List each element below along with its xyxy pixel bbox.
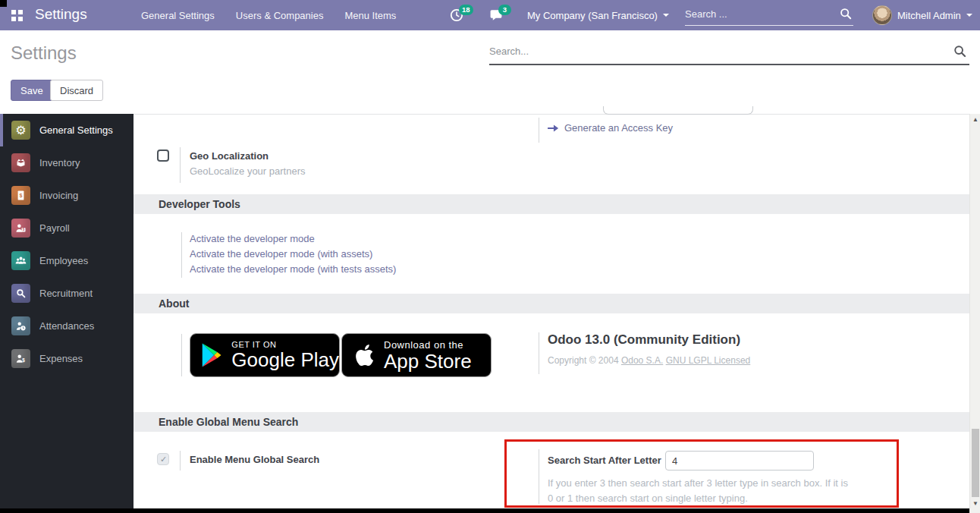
navbar-search [685,3,853,26]
field-help-line1: If you enter 3 then search start after 3… [548,477,848,489]
sidebar-item-general-settings[interactable]: ⚙ General Settings [0,114,133,146]
invoice-icon: $ [11,186,30,205]
enable-menu-global-search-label: Enable Menu Global Search [190,454,319,465]
field-help-line2: 0 or 1 then search start on single lette… [548,493,748,504]
scroll-up-icon[interactable]: ▲ [972,117,978,123]
svg-text:$: $ [22,357,25,364]
gnu-lgpl-link[interactable]: GNU LGPL Licensed [666,355,751,366]
vertical-scrollbar[interactable]: ▲ ▼ [969,114,980,513]
expense-icon: $ [11,349,30,368]
gear-icon: ⚙ [11,121,30,140]
nav-item-users-companies[interactable]: Users & Companies [225,10,335,21]
search-start-after-letter-label: Search Start After Letter [548,455,661,466]
app-store-badge[interactable]: Download on the App Store [341,333,492,377]
sidebar-item-attendances[interactable]: Attendances [0,310,133,342]
messages-badge: 3 [498,5,511,15]
scrollbar-thumb[interactable] [972,429,979,497]
activate-developer-mode-link[interactable]: Activate the developer mode [190,231,396,247]
sidebar-item-expenses[interactable]: $ Expenses [0,342,133,375]
attendance-icon [11,316,30,335]
geo-localization-checkbox[interactable] [157,149,169,162]
section-header-developer-tools: Developer Tools [133,194,969,214]
activity-badge: 18 [459,5,473,15]
sidebar-item-recruitment[interactable]: Recruitment [0,277,133,310]
magnifier-icon [11,284,30,303]
navbar-search-input[interactable] [685,3,829,24]
avatar[interactable] [872,5,892,25]
svg-text:$: $ [20,193,23,199]
apple-icon [353,342,375,368]
geo-localization-title: Geo Localization [190,150,269,162]
bottom-bar [0,508,969,513]
settings-sidebar: ⚙ General Settings Inventory $ Invoicing… [0,114,133,508]
apps-menu-icon[interactable] [11,10,23,21]
search-icon[interactable] [953,45,966,61]
chevron-down-icon [966,14,972,17]
nav-item-general-settings[interactable]: General Settings [130,10,225,21]
odoo-sa-link[interactable]: Odoo S.A. [621,355,663,366]
payroll-icon: $ [11,219,30,238]
geo-localization-subtitle: GeoLocalize your partners [190,165,305,177]
people-icon [11,251,30,270]
chevron-down-icon [663,14,669,17]
top-navbar: Settings General Settings Users & Compan… [0,0,980,30]
search-icon[interactable] [840,8,852,23]
page-title: Settings [11,42,77,64]
company-switcher[interactable]: My Company (San Francisco) [527,0,669,30]
window-corner [0,0,7,7]
google-play-badge[interactable]: GET IT ON Google Play [190,333,340,377]
user-menu[interactable]: Mitchell Admin [897,0,972,30]
search-start-after-letter-input[interactable] [665,451,814,471]
svg-text:$: $ [23,228,25,231]
save-button[interactable]: Save [11,80,53,101]
sidebar-item-inventory[interactable]: Inventory [0,146,133,179]
discard-button[interactable]: Discard [50,80,103,101]
section-header-global-menu-search: Enable Global Menu Search [133,412,969,432]
nav-item-menu-items[interactable]: Menu Items [334,10,407,21]
sidebar-item-payroll[interactable]: $ Payroll [0,212,133,244]
generate-access-key-link[interactable]: Generate an Access Key [548,122,673,134]
company-name: My Company (San Francisco) [527,10,658,21]
app-title: Settings [35,6,87,23]
user-name: Mitchell Admin [897,10,961,21]
scroll-down-icon[interactable]: ▼ [972,501,978,507]
settings-search [489,39,969,65]
odoo-version: Odoo 13.0 (Community Edition) [548,332,740,348]
access-key-field-partial[interactable] [603,106,753,115]
section-header-about: About [133,294,969,313]
activate-developer-mode-tests-link[interactable]: Activate the developer mode (with tests … [190,262,396,277]
sidebar-item-invoicing[interactable]: $ Invoicing [0,179,133,212]
sidebar-item-employees[interactable]: Employees [0,244,133,277]
enable-menu-global-search-checkbox[interactable] [157,453,169,465]
arrow-right-icon [548,124,559,133]
settings-content: Generate an Access Key Geo Localization … [133,114,969,508]
google-play-icon [200,341,222,370]
highlight-box: Search Start After Letter If you enter 3… [504,439,899,508]
box-icon [11,153,30,172]
control-panel: Settings Save Discard [0,30,980,114]
copyright-line: Copyright © 2004 Odoo S.A. GNU LGPL Lice… [548,355,750,366]
activate-developer-mode-assets-link[interactable]: Activate the developer mode (with assets… [190,247,396,262]
settings-search-input[interactable] [489,39,929,62]
